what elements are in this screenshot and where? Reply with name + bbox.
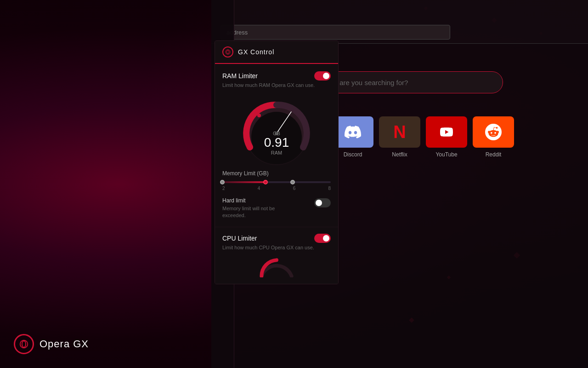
netflix-label: Netflix [392,151,407,158]
slider-thumb-middle[interactable] [263,180,268,184]
opera-logo-svg [19,339,29,349]
cpu-limiter-header: CPU Limiter [222,234,331,243]
youtube-icon [426,116,467,148]
gx-panel: GX Control RAM Limiter Limit how much RA… [215,40,339,284]
tick-4: 4 [258,186,260,191]
reddit-label: Reddit [486,151,502,158]
slider-ticks: 2 4 6 8 [222,186,331,191]
gx-control-title: GX Control [238,48,274,56]
speed-dial-youtube[interactable]: YouTube [426,116,467,158]
tick-2: 2 [222,186,225,191]
hard-limit-text: Hard limit Memory limit will not be exce… [222,197,287,219]
svg-point-8 [22,341,26,347]
opera-brand-name: Opera GX [40,338,89,350]
speed-dial-reddit[interactable]: Reddit [473,116,514,158]
ram-gauge-number: 0.91 [264,135,289,150]
memory-limit-title: Memory Limit (GB) [222,170,331,177]
svg-point-4 [257,114,261,117]
ram-gauge-label: RAM [264,150,289,155]
cpu-limiter-desc: Limit how much CPU Opera GX can use. [222,245,331,250]
reddit-icon [473,116,514,148]
memory-limit-section: Memory Limit (GB) 2 4 6 8 [222,170,331,191]
youtube-label: YouTube [435,151,457,158]
hard-limit-toggle[interactable] [314,198,331,207]
cpu-limiter-toggle[interactable] [314,234,331,243]
browser-titlebar: address [211,0,588,44]
opera-logo: Opera GX [14,334,89,354]
cpu-gauge-partial-svg [249,257,304,277]
hard-limit-row: Hard limit Memory limit will not be exce… [222,197,331,219]
svg-point-2 [227,50,229,54]
ram-limiter-desc: Limit how much RAM Opera GX can use. [222,82,331,88]
ram-limiter-section: RAM Limiter Limit how much RAM Opera GX … [215,64,338,227]
opera-small-icon [222,46,233,58]
memory-limit-slider[interactable] [222,181,331,183]
slider-thumb-left[interactable] [220,180,225,184]
svg-point-7 [20,340,28,348]
cpu-limiter-title: CPU Limiter [222,235,257,242]
hard-limit-title: Hard limit [222,197,287,204]
tick-6: 6 [293,186,296,191]
ram-gauge-container: GB 0.91 RAM [222,94,331,166]
netflix-icon: N [379,116,420,148]
slider-thumb-right[interactable] [290,180,295,184]
speed-dial-netflix[interactable]: N Netflix [379,116,420,158]
discord-label: Discord [344,151,362,158]
ram-limiter-toggle[interactable] [314,71,331,80]
address-bar[interactable]: address [220,25,450,40]
tick-8: 8 [328,186,331,191]
gx-panel-header: GX Control [215,41,338,64]
ram-gauge-value: GB 0.91 RAM [264,131,289,155]
hard-limit-desc: Memory limit will not be exceeded. [222,205,287,219]
cpu-limiter-section: CPU Limiter Limit how much CPU Opera GX … [215,227,338,284]
opera-circle-icon [14,334,34,354]
ram-limiter-title: RAM Limiter [222,72,258,80]
slider-fill [222,181,266,183]
cpu-gauge-bottom [222,257,331,277]
ram-limiter-header: RAM Limiter [222,71,331,80]
